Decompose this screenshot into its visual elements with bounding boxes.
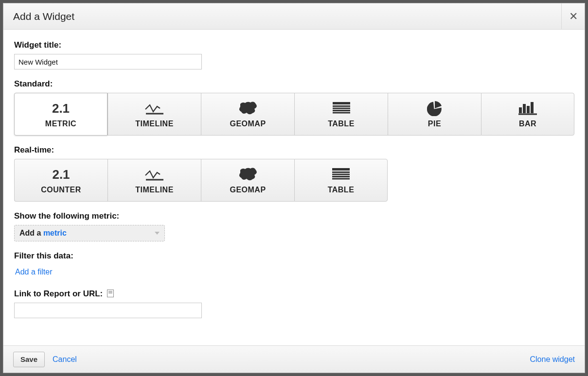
widget-title-label: Widget title: — [14, 40, 574, 50]
svg-rect-15 — [332, 176, 350, 177]
table-icon — [332, 100, 351, 117]
dialog-header: Add a Widget ✕ — [3, 3, 585, 30]
metric-label: Show the following metric: — [14, 211, 574, 221]
metric-icon: 2.1 — [52, 100, 70, 117]
standard-tile-row: 2.1 METRIC TIMELINE GEOMAP — [14, 93, 574, 136]
timeline-icon — [145, 100, 164, 117]
standard-label: Standard: — [14, 79, 574, 89]
chevron-down-icon — [155, 232, 160, 235]
geomap-icon — [238, 100, 258, 117]
tile-label: TIMELINE — [135, 120, 174, 128]
svg-rect-1 — [333, 102, 350, 104]
tile-pie[interactable]: PIE — [388, 93, 481, 136]
standard-section: Standard: 2.1 METRIC TIMELINE GEOMA — [14, 79, 574, 136]
report-icon — [107, 290, 114, 297]
svg-rect-6 — [519, 107, 522, 113]
close-button[interactable]: ✕ — [561, 3, 585, 30]
tile-table[interactable]: TABLE — [294, 93, 388, 136]
filter-section: Filter this data: Add a filter — [14, 251, 574, 279]
tile-label: TABLE — [328, 186, 355, 194]
tile-geomap[interactable]: GEOMAP — [201, 93, 294, 136]
svg-rect-4 — [333, 110, 350, 111]
tile-label: COUNTER — [41, 186, 81, 194]
add-metric-dropdown[interactable]: Add a metric — [14, 225, 165, 241]
tile-label: BAR — [519, 120, 536, 128]
realtime-section: Real-time: 2.1 COUNTER TIMELINE GEO — [14, 145, 574, 202]
timeline-icon — [145, 166, 164, 183]
dialog-body: Widget title: Standard: 2.1 METRIC TIMEL… — [3, 30, 585, 345]
svg-rect-8 — [527, 106, 530, 113]
widget-title-section: Widget title: — [14, 40, 574, 69]
realtime-tile-row: 2.1 COUNTER TIMELINE GEOMAP — [14, 159, 574, 202]
tile-rt-timeline[interactable]: TIMELINE — [107, 159, 201, 202]
tile-label: METRIC — [45, 120, 76, 128]
cancel-link[interactable]: Cancel — [53, 355, 77, 364]
add-filter-link[interactable]: Add a filter — [15, 268, 52, 276]
dialog-title: Add a Widget — [13, 11, 74, 22]
tile-rt-table[interactable]: TABLE — [294, 159, 388, 202]
svg-rect-14 — [332, 174, 350, 175]
link-report-label: Link to Report or URL: — [14, 289, 574, 299]
svg-rect-13 — [332, 171, 350, 173]
add-metric-text: Add a metric — [19, 229, 67, 238]
tile-label: GEOMAP — [230, 120, 266, 128]
link-report-section: Link to Report or URL: — [14, 289, 574, 318]
svg-rect-7 — [523, 104, 526, 113]
svg-rect-9 — [531, 102, 534, 113]
tile-label: TABLE — [328, 120, 355, 128]
tile-timeline[interactable]: TIMELINE — [107, 93, 201, 136]
table-icon — [331, 166, 351, 183]
geomap-icon — [238, 166, 258, 183]
tile-counter[interactable]: 2.1 COUNTER — [14, 159, 107, 202]
dialog-footer: Save Cancel Clone widget — [3, 345, 585, 373]
tile-rt-geomap[interactable]: GEOMAP — [201, 159, 294, 202]
metric-section: Show the following metric: Add a metric — [14, 211, 574, 241]
svg-rect-5 — [333, 112, 350, 114]
svg-rect-16 — [332, 178, 350, 180]
tile-bar[interactable]: BAR — [481, 93, 574, 136]
svg-rect-2 — [333, 105, 350, 107]
pie-icon — [427, 100, 443, 117]
close-icon: ✕ — [569, 10, 578, 23]
tile-label: PIE — [428, 120, 441, 128]
counter-icon: 2.1 — [52, 166, 70, 183]
save-button[interactable]: Save — [13, 352, 45, 367]
tile-label: TIMELINE — [135, 186, 174, 194]
clone-widget-link[interactable]: Clone widget — [530, 355, 575, 364]
svg-rect-12 — [332, 168, 350, 171]
realtime-label: Real-time: — [14, 145, 574, 155]
svg-rect-3 — [333, 108, 350, 109]
filter-label: Filter this data: — [14, 251, 574, 261]
add-widget-dialog: Add a Widget ✕ Widget title: Standard: 2… — [3, 3, 585, 373]
widget-title-input[interactable] — [14, 54, 202, 69]
link-report-input[interactable] — [14, 303, 202, 318]
tile-metric[interactable]: 2.1 METRIC — [14, 93, 107, 136]
tile-label: GEOMAP — [230, 186, 266, 194]
bar-icon — [517, 100, 538, 117]
